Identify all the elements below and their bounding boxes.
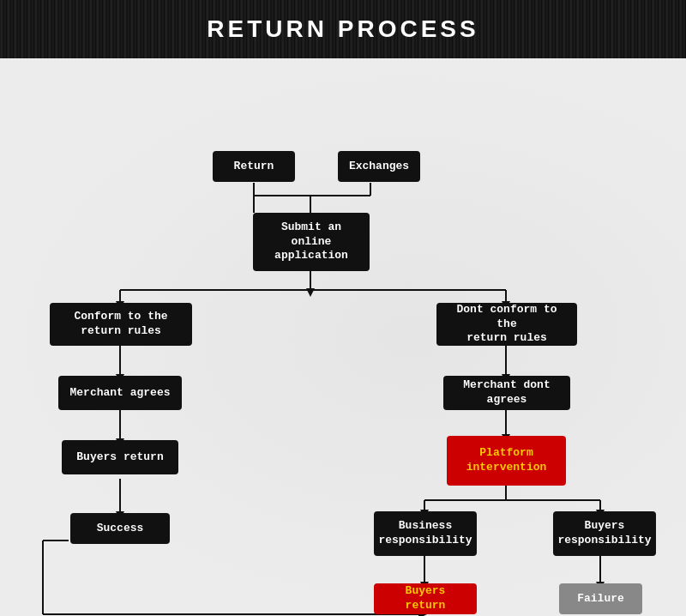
buyers-resp-box: Buyers responsibility (553, 511, 656, 556)
buyers-return-right-box: Buyers return (374, 583, 477, 614)
success-box: Success (70, 513, 170, 544)
dont-conform-box: Dont conform to the return rules (436, 303, 577, 346)
conform-box: Conform to the return rules (50, 303, 192, 346)
platform-box: Platform intervention (447, 436, 566, 486)
header-banner: RETURN PROCESS (0, 0, 686, 58)
failure-box: Failure (559, 583, 642, 614)
buyers-return-left-box: Buyers return (62, 440, 178, 474)
svg-marker-6 (306, 288, 315, 297)
merchant-agrees-box: Merchant agrees (58, 376, 182, 410)
exchanges-box: Exchanges (338, 151, 420, 182)
business-resp-box: Business responsibility (374, 511, 477, 556)
return-box: Return (213, 151, 295, 182)
main-content: Return Exchanges Submit an online applic… (0, 58, 686, 616)
merchant-dont-box: Merchant dont agrees (443, 376, 570, 410)
submit-box: Submit an online application (253, 213, 370, 271)
page-title: RETURN PROCESS (207, 15, 478, 43)
